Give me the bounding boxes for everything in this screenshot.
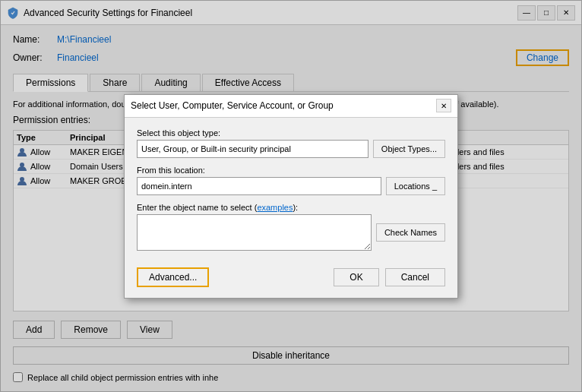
object-type-label: Select this object type: — [137, 128, 445, 138]
examples-link[interactable]: examples — [257, 203, 293, 212]
dialog-close-button[interactable]: ✕ — [436, 99, 451, 112]
cancel-button[interactable]: Cancel — [385, 268, 445, 286]
dialog-content: Select this object type: Object Types...… — [125, 118, 457, 261]
dialog-bottom: Advanced... OK Cancel — [125, 261, 457, 298]
object-type-row: Object Types... — [137, 140, 445, 158]
dialog-title: Select User, Computer, Service Account, … — [131, 100, 334, 111]
object-name-input[interactable] — [137, 214, 372, 251]
select-user-dialog: Select User, Computer, Service Account, … — [124, 94, 458, 299]
location-section: From this location: Locations _ — [137, 166, 445, 195]
dialog-title-bar: Select User, Computer, Service Account, … — [125, 95, 457, 118]
check-names-button[interactable]: Check Names — [376, 223, 445, 242]
ok-cancel-buttons: OK Cancel — [334, 268, 445, 286]
enter-name-text2: ): — [293, 203, 298, 212]
name-section: Enter the object name to select (example… — [137, 203, 445, 251]
object-types-button[interactable]: Object Types... — [373, 140, 445, 158]
name-section-label: Enter the object name to select (example… — [137, 203, 445, 212]
ok-button[interactable]: OK — [334, 268, 378, 286]
enter-name-text: Enter the object name to select ( — [137, 203, 257, 212]
location-row: Locations _ — [137, 177, 445, 195]
object-type-section: Select this object type: Object Types... — [137, 128, 445, 158]
location-input[interactable] — [137, 177, 381, 195]
locations-button[interactable]: Locations _ — [386, 177, 445, 195]
location-label: From this location: — [137, 166, 445, 175]
name-input-row: Check Names — [137, 214, 445, 251]
dialog-overlay: Select User, Computer, Service Account, … — [1, 1, 581, 391]
main-window: Advanced Security Settings for Financiee… — [0, 0, 582, 392]
object-type-input[interactable] — [137, 140, 368, 158]
advanced-button[interactable]: Advanced... — [137, 267, 209, 287]
